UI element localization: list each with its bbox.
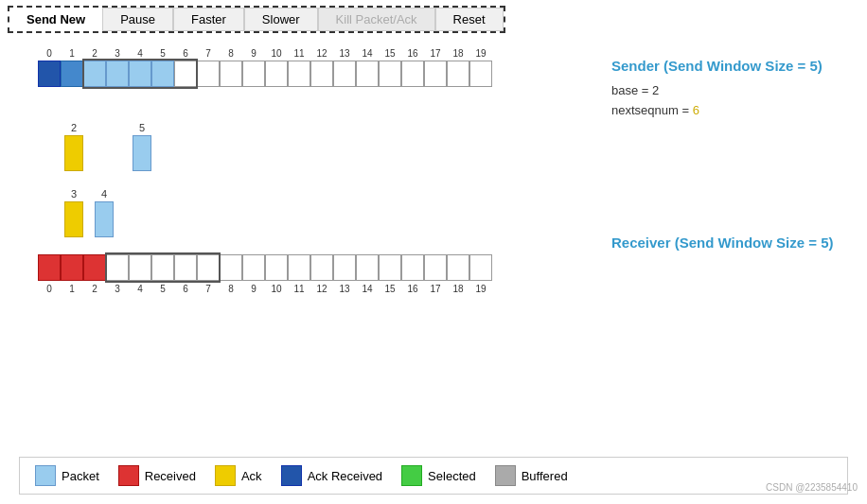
- sender-seq-num: 0: [38, 48, 61, 59]
- sender-box-9: [242, 61, 265, 87]
- receiver-box-2: [83, 254, 106, 281]
- legend-item-ack: Ack: [215, 465, 262, 486]
- receiver-box-4: [129, 254, 151, 281]
- sender-nextseqnum: nextseqnum = 6: [611, 101, 867, 121]
- reset-button[interactable]: Reset: [435, 8, 504, 31]
- sender-box-14: [356, 61, 379, 87]
- transit-area: 2534: [38, 94, 602, 245]
- receiver-seq-num: 6: [174, 284, 197, 294]
- transit-packet-4: 4: [95, 188, 114, 237]
- transit-packet-5: 5: [133, 122, 151, 171]
- receiver-box-16: [401, 254, 424, 281]
- receiver-box-14: [356, 254, 379, 281]
- nextseqnum-label: nextseqnum =: [611, 103, 693, 117]
- receiver-seq-num: 7: [197, 284, 220, 294]
- transit-packet-box: [133, 135, 151, 171]
- sender-seq-num: 8: [220, 48, 242, 59]
- receiver-box-17: [424, 254, 447, 281]
- sender-seq-row: 012345678910111213141516171819: [38, 48, 602, 90]
- legend-item-ack-received: Ack Received: [281, 465, 382, 486]
- send-new-button[interactable]: Send New: [9, 8, 102, 31]
- legend-box-lightblue: [35, 465, 56, 486]
- legend-box-blue: [281, 465, 302, 486]
- receiver-seq-num: 18: [447, 284, 469, 294]
- sender-box-4: [129, 61, 151, 87]
- receiver-seq-num: 5: [151, 284, 174, 294]
- receiver-box-5: [151, 254, 174, 281]
- receiver-title: Receiver (Send Window Size = 5): [611, 235, 867, 251]
- sender-seq-num: 10: [265, 48, 288, 59]
- transit-packet-2: 2: [64, 122, 83, 171]
- receiver-seq-num: 3: [106, 284, 129, 294]
- receiver-seq-num: 10: [265, 284, 288, 294]
- sender-seq-num: 12: [310, 48, 333, 59]
- sender-box-2: [83, 61, 106, 87]
- receiver-seq-num: 8: [220, 284, 242, 294]
- receiver-box-15: [379, 254, 401, 281]
- receiver-seq-boxes: [38, 254, 492, 281]
- sender-box-5: [151, 61, 174, 87]
- legend-box-green: [401, 465, 422, 486]
- legend-box-yellow: [215, 465, 236, 486]
- receiver-seq-num: 13: [333, 284, 356, 294]
- legend-label: Packet: [62, 469, 99, 483]
- kill-packet-button[interactable]: Kill Packet/Ack: [318, 8, 435, 31]
- slower-button[interactable]: Slower: [244, 8, 318, 31]
- receiver-box-12: [310, 254, 333, 281]
- receiver-box-9: [242, 254, 265, 281]
- receiver-section: 012345678910111213141516171819: [38, 254, 602, 294]
- sender-box-17: [424, 61, 447, 87]
- sender-box-6: [174, 61, 197, 87]
- sender-box-13: [333, 61, 356, 87]
- sender-seq-num: 17: [424, 48, 447, 59]
- sender-seq-num: 6: [174, 48, 197, 59]
- nextseqnum-value: 6: [693, 103, 699, 117]
- legend-label: Ack: [241, 469, 262, 483]
- sender-seq-num: 14: [356, 48, 379, 59]
- receiver-box-7: [197, 254, 220, 281]
- sender-seq-num: 19: [469, 48, 492, 59]
- receiver-seq-num: 15: [379, 284, 401, 294]
- transit-packet-label: 5: [139, 122, 145, 133]
- receiver-seq-num: 1: [61, 284, 83, 294]
- transit-packet-label: 2: [71, 122, 77, 133]
- receiver-seq-numbers: 012345678910111213141516171819: [38, 284, 602, 294]
- receiver-box-0: [38, 254, 61, 281]
- sender-title: Sender (Send Window Size = 5): [611, 58, 867, 74]
- sender-base: base = 2: [611, 81, 867, 101]
- transit-packet-3: 3: [64, 188, 83, 237]
- legend-box-gray: [495, 465, 516, 486]
- sender-box-8: [220, 61, 242, 87]
- legend-label: Received: [145, 469, 196, 483]
- legend-item-buffered: Buffered: [495, 465, 568, 486]
- sender-seq-boxes: [38, 61, 492, 87]
- sender-seq-num: 9: [242, 48, 265, 59]
- sender-seq-num: 7: [197, 48, 220, 59]
- transit-packet-box: [64, 135, 83, 171]
- pause-button[interactable]: Pause: [102, 8, 173, 31]
- legend-item-selected: Selected: [401, 465, 476, 486]
- sender-seq-num: 2: [83, 48, 106, 59]
- receiver-seq-num: 2: [83, 284, 106, 294]
- sender-box-10: [265, 61, 288, 87]
- receiver-seq-num: 4: [129, 284, 151, 294]
- legend-box-red: [118, 465, 139, 486]
- receiver-seq-num: 9: [242, 284, 265, 294]
- receiver-box-19: [469, 254, 492, 281]
- receiver-seq-num: 19: [469, 284, 492, 294]
- sender-box-12: [310, 61, 333, 87]
- faster-button[interactable]: Faster: [173, 8, 244, 31]
- receiver-box-8: [220, 254, 242, 281]
- receiver-seq-num: 0: [38, 284, 61, 294]
- sender-seq-num: 3: [106, 48, 129, 59]
- sender-box-0: [38, 61, 61, 87]
- toolbar: Send New Pause Faster Slower Kill Packet…: [8, 6, 505, 33]
- sender-seq-num: 16: [401, 48, 424, 59]
- sender-box-18: [447, 61, 469, 87]
- legend-label: Buffered: [522, 469, 568, 483]
- sender-box-1: [61, 61, 83, 87]
- sender-seq-numbers: 012345678910111213141516171819: [38, 48, 602, 59]
- transit-packet-box: [64, 201, 83, 237]
- sender-box-3: [106, 61, 129, 87]
- legend: PacketReceivedAckAck ReceivedSelectedBuf…: [19, 457, 848, 495]
